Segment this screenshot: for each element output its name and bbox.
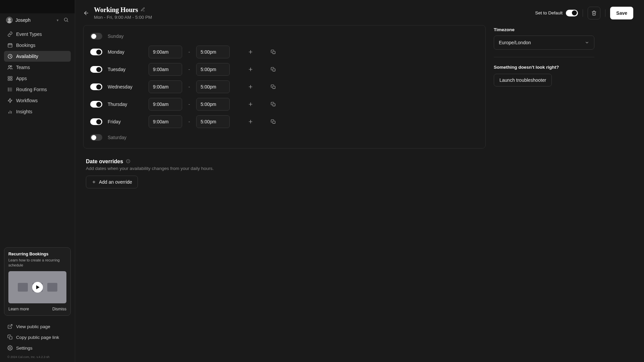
end-time-input[interactable]: 5:00pm — [196, 80, 230, 93]
time-range-separator: - — [187, 67, 191, 72]
day-label: Monday — [108, 49, 143, 55]
start-time-input[interactable]: 9:00am — [149, 80, 182, 93]
tip-dismiss-link[interactable]: Dismiss — [52, 307, 66, 311]
list-icon — [7, 87, 13, 92]
copy-time-button[interactable] — [269, 117, 278, 126]
svg-point-16 — [8, 88, 8, 88]
tip-learn-more-link[interactable]: Learn more — [8, 307, 29, 311]
tip-title: Recurring Bookings — [8, 252, 66, 256]
copy-time-button[interactable] — [269, 47, 278, 57]
svg-rect-41 — [273, 121, 275, 123]
add-time-slot-button[interactable] — [246, 82, 255, 92]
user-name: Joseph — [15, 17, 54, 23]
timezone-label: Timezone — [494, 27, 594, 32]
svg-rect-29 — [273, 51, 275, 54]
day-label: Friday — [108, 119, 143, 124]
launch-troubleshooter-button[interactable]: Launch troubleshooter — [494, 74, 552, 86]
time-range-separator: - — [187, 84, 191, 89]
svg-rect-11 — [8, 79, 10, 80]
back-button[interactable] — [83, 10, 89, 16]
info-icon[interactable] — [126, 159, 130, 165]
bottom-nav-label: View public page — [16, 324, 50, 329]
day-toggle[interactable] — [90, 49, 102, 55]
sidebar-item-label: Availability — [16, 54, 38, 59]
svg-point-44 — [128, 160, 128, 161]
start-time-input[interactable]: 9:00am — [149, 98, 182, 111]
avatar — [6, 17, 13, 23]
svg-rect-24 — [9, 337, 12, 339]
svg-line-23 — [10, 324, 12, 327]
svg-rect-10 — [10, 76, 12, 78]
day-row-monday: Monday9:00am-5:00pm — [90, 46, 479, 58]
sidebar-item-routing-forms[interactable]: Routing Forms — [4, 84, 71, 95]
set-default-label: Set to Default — [535, 10, 562, 15]
sidebar-item-apps[interactable]: Apps — [4, 73, 71, 84]
tip-video-thumbnail[interactable] — [8, 271, 66, 303]
sidebar-item-insights[interactable]: Insights — [4, 106, 71, 117]
add-override-button[interactable]: Add an override — [86, 176, 138, 188]
copy-time-button[interactable] — [269, 65, 278, 74]
user-switcher[interactable]: Joseph ▾ — [0, 13, 75, 27]
sidebar-item-bookings[interactable]: Bookings — [4, 40, 71, 51]
add-time-slot-button[interactable] — [246, 117, 255, 126]
overrides-title: Date overrides — [86, 159, 123, 165]
end-time-input[interactable]: 5:00pm — [196, 63, 230, 76]
day-label: Wednesday — [108, 84, 143, 89]
sidebar-item-workflows[interactable]: Workflows — [4, 95, 71, 106]
day-toggle[interactable] — [90, 66, 102, 73]
version-text: © 2024 Cal.com, Inc. v.4.2.2-sh — [0, 355, 75, 362]
add-time-slot-button[interactable] — [246, 100, 255, 109]
sidebar-item-event-types[interactable]: Event Types — [4, 29, 71, 40]
day-toggle[interactable] — [90, 33, 102, 40]
start-time-input[interactable]: 9:00am — [149, 115, 182, 128]
svg-point-17 — [8, 89, 8, 89]
end-time-input[interactable]: 5:00pm — [196, 98, 230, 111]
search-icon[interactable] — [63, 17, 69, 23]
copy-time-button[interactable] — [269, 100, 278, 109]
sidebar-topbar — [0, 0, 75, 13]
start-time-input[interactable]: 9:00am — [149, 63, 182, 76]
end-time-input[interactable]: 5:00pm — [196, 115, 230, 128]
settings-link[interactable]: Settings — [4, 343, 71, 353]
delete-button[interactable] — [588, 7, 600, 19]
grid-icon — [7, 76, 13, 81]
sidebar-item-teams[interactable]: Teams — [4, 62, 71, 73]
save-button[interactable]: Save — [610, 7, 633, 19]
add-time-slot-button[interactable] — [246, 65, 255, 74]
day-toggle[interactable] — [90, 118, 102, 125]
day-label: Sunday — [108, 34, 143, 39]
copy-public-link[interactable]: Copy public page link — [4, 332, 71, 343]
page-subtitle: Mon - Fri, 9:00 AM - 5:00 PM — [94, 15, 152, 20]
end-time-input[interactable]: 5:00pm — [196, 46, 230, 58]
day-label: Thursday — [108, 102, 143, 107]
day-toggle[interactable] — [90, 83, 102, 90]
day-toggle[interactable] — [90, 101, 102, 108]
sidebar-item-label: Workflows — [16, 98, 38, 103]
main: Working Hours Mon - Fri, 9:00 AM - 5:00 … — [75, 0, 644, 362]
primary-nav: Event Types Bookings Availability Teams … — [0, 27, 75, 119]
sidebar-item-availability[interactable]: Availability — [4, 51, 71, 62]
zap-icon — [7, 98, 13, 103]
overrides-description: Add dates when your availability changes… — [86, 166, 486, 171]
svg-point-7 — [8, 66, 10, 67]
day-label: Tuesday — [108, 67, 143, 72]
troubleshoot-label: Something doesn't look right? — [494, 65, 594, 70]
tip-card: Recurring Bookings Learn how to create a… — [4, 247, 71, 316]
day-toggle[interactable] — [90, 134, 102, 141]
page-title: Working Hours — [94, 6, 138, 14]
edit-title-button[interactable] — [141, 7, 145, 13]
add-time-slot-button[interactable] — [246, 47, 255, 57]
start-time-input[interactable]: 9:00am — [149, 46, 182, 58]
svg-rect-35 — [273, 86, 275, 88]
set-default-toggle[interactable] — [566, 10, 578, 16]
svg-line-1 — [67, 21, 68, 22]
day-label: Saturday — [108, 135, 143, 140]
view-public-page-link[interactable]: View public page — [4, 321, 71, 332]
day-row-sunday: Sunday — [90, 32, 479, 41]
link-icon — [7, 32, 13, 37]
timezone-select[interactable]: Europe/London — [494, 36, 594, 50]
copy-time-button[interactable] — [269, 82, 278, 92]
copy-icon — [7, 335, 13, 340]
day-row-friday: Friday9:00am-5:00pm — [90, 115, 479, 128]
right-column: Timezone Europe/London Something doesn't… — [494, 25, 594, 188]
